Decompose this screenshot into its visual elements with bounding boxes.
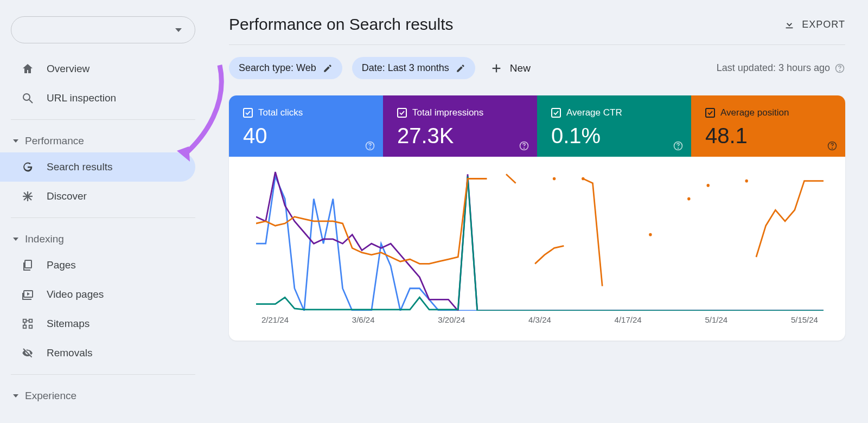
svg-rect-6	[25, 260, 31, 268]
metric-value: 0.1%	[551, 124, 679, 148]
section-performance[interactable]: Performance	[0, 126, 206, 152]
svg-point-29	[687, 197, 690, 201]
chevron-down-icon	[13, 238, 18, 241]
section-experience[interactable]: Experience	[0, 381, 206, 407]
last-updated-text: Last updated: 3 hours ago	[717, 62, 830, 74]
svg-point-19	[370, 148, 371, 149]
metric-label: Average position	[720, 107, 789, 118]
nav-label: Video pages	[47, 289, 104, 300]
help-icon[interactable]	[834, 63, 845, 74]
chip-date[interactable]: Date: Last 3 months	[352, 57, 475, 79]
x-tick-label: 5/1/24	[705, 315, 727, 324]
checkbox-icon	[397, 108, 407, 118]
checkbox-icon	[551, 108, 561, 118]
metric-value: 27.3K	[397, 124, 525, 148]
chevron-down-icon	[13, 139, 18, 143]
svg-rect-11	[29, 325, 33, 329]
nav-video-pages[interactable]: Video pages	[0, 280, 195, 309]
export-label: EXPORT	[802, 19, 845, 30]
chart-x-axis: 2/21/243/6/243/20/244/3/244/17/245/1/245…	[256, 311, 824, 324]
metric-total-clicks[interactable]: Total clicks 40	[229, 95, 383, 157]
metrics-row: Total clicks 40 Total impressions 27.3K	[229, 95, 845, 157]
svg-point-17	[840, 70, 840, 70]
section-label: Experience	[25, 390, 76, 402]
svg-point-25	[832, 148, 833, 149]
x-tick-label: 3/20/24	[438, 315, 465, 324]
chevron-down-icon	[175, 28, 182, 32]
help-icon[interactable]	[673, 140, 684, 151]
section-label: Indexing	[25, 233, 64, 245]
nav-label: Sitemaps	[47, 318, 90, 330]
section-indexing[interactable]: Indexing	[0, 225, 206, 251]
help-icon[interactable]	[365, 140, 375, 151]
export-button[interactable]: EXPORT	[783, 18, 845, 30]
svg-line-1	[29, 100, 33, 103]
checkbox-icon	[705, 108, 715, 118]
section-label: Performance	[25, 135, 84, 147]
new-label: New	[510, 62, 531, 74]
x-tick-label: 2/21/24	[261, 315, 289, 324]
metric-average-ctr[interactable]: Average CTR 0.1%	[537, 95, 691, 157]
last-updated: Last updated: 3 hours ago	[717, 62, 845, 74]
nav-label: Removals	[47, 347, 92, 359]
x-tick-label: 4/17/24	[615, 315, 642, 324]
nav-removals[interactable]: Removals	[0, 338, 195, 368]
svg-point-0	[23, 94, 30, 100]
sitemap-icon	[21, 317, 35, 331]
nav-search-results[interactable]: Search results	[0, 152, 195, 182]
divider	[11, 374, 195, 375]
pages-icon	[21, 258, 35, 272]
main-content: Performance on Search results EXPORT Sea…	[206, 0, 868, 423]
svg-rect-8	[23, 319, 27, 323]
nav-label: URL inspection	[47, 92, 116, 104]
edit-icon	[456, 63, 465, 73]
svg-point-23	[678, 148, 679, 149]
svg-point-30	[707, 184, 710, 187]
divider	[11, 217, 195, 218]
nav-overview[interactable]: Overview	[0, 54, 195, 84]
metric-average-position[interactable]: Average position 48.1	[691, 95, 845, 157]
svg-point-26	[553, 177, 556, 181]
property-selector[interactable]	[11, 16, 195, 43]
x-tick-label: 5/15/24	[791, 315, 818, 324]
google-icon	[21, 160, 35, 174]
chip-label: Search type: Web	[239, 62, 316, 74]
nav-discover[interactable]: Discover	[0, 182, 195, 211]
nav-label: Overview	[47, 63, 90, 75]
metric-value: 48.1	[705, 124, 833, 148]
help-icon[interactable]	[519, 140, 529, 151]
chevron-down-icon	[13, 394, 18, 398]
chip-label: Date: Last 3 months	[362, 62, 449, 74]
nav-label: Search results	[47, 161, 112, 173]
asterisk-icon	[21, 189, 35, 203]
download-icon	[783, 18, 795, 30]
svg-rect-9	[29, 319, 33, 323]
nav-url-inspection[interactable]: URL inspection	[0, 84, 195, 113]
filter-row: Search type: Web Date: Last 3 months New…	[229, 45, 845, 95]
svg-rect-10	[23, 325, 27, 329]
edit-icon	[323, 63, 333, 73]
metric-label: Average CTR	[566, 107, 622, 118]
svg-point-21	[524, 148, 525, 149]
help-icon[interactable]	[827, 140, 838, 151]
nav-sitemaps[interactable]: Sitemaps	[0, 309, 195, 338]
x-tick-label: 4/3/24	[528, 315, 551, 324]
svg-point-31	[745, 180, 748, 183]
performance-chart[interactable]	[256, 170, 824, 311]
metric-value: 40	[243, 124, 371, 148]
page-header: Performance on Search results EXPORT	[229, 15, 845, 45]
metric-label: Total impressions	[412, 107, 483, 118]
nav-pages[interactable]: Pages	[0, 251, 195, 280]
page-title: Performance on Search results	[229, 15, 454, 34]
metric-total-impressions[interactable]: Total impressions 27.3K	[383, 95, 537, 157]
svg-point-28	[649, 233, 652, 236]
divider	[11, 119, 195, 120]
sidebar: Overview URL inspection Performance Sear…	[0, 0, 206, 423]
performance-card: Total clicks 40 Total impressions 27.3K	[229, 95, 845, 341]
search-icon	[21, 91, 35, 105]
x-tick-label: 3/6/24	[352, 315, 375, 324]
metric-label: Total clicks	[258, 107, 303, 118]
chart-area: 2/21/243/6/243/20/244/3/244/17/245/1/245…	[229, 157, 845, 341]
new-filter-button[interactable]: New	[485, 62, 536, 74]
chip-search-type[interactable]: Search type: Web	[229, 57, 342, 79]
